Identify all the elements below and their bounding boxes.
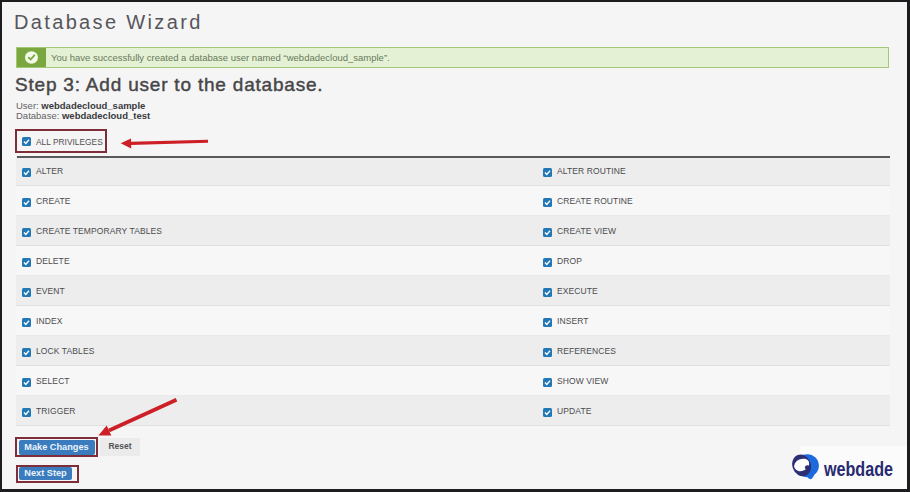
svg-text:webdade: webdade [823,458,893,480]
